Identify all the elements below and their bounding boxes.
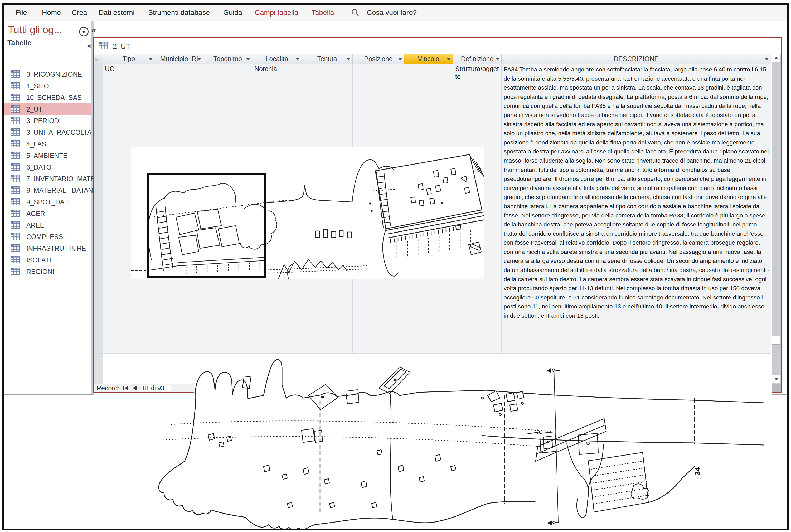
table-icon [11,140,20,147]
column-header-localita[interactable]: Localita [252,54,302,63]
column-dropdown-icon[interactable] [447,58,451,60]
table-icon [11,256,20,263]
sidebar-item-8-materiali-datanti[interactable]: 8_MATERIALI_DATANTI [4,185,91,196]
vertical-scrollbar[interactable] [772,54,781,392]
record-selector-header[interactable] [94,54,103,63]
previous-record-button[interactable] [133,385,137,391]
menu-item-guida[interactable]: Guida [223,5,242,21]
record-selector-column[interactable] [94,63,103,384]
nav-pane-bottom-border [4,394,93,395]
scroll-up-button[interactable] [772,54,780,62]
menu-item-home[interactable]: Home [42,5,61,21]
arrow-down-icon [774,378,778,380]
tomb-plateau-plan-drawing: 34 [140,356,772,530]
column-dropdown-icon[interactable] [149,58,153,60]
window-bottom-shadow [772,394,788,395]
sidebar-item-1-sito[interactable]: 1_SITO [4,80,91,92]
column-header-definizione[interactable]: Definizione [453,54,502,63]
cell-tipo[interactable]: UC [105,65,153,73]
search-icon[interactable] [351,8,360,17]
sidebar-item-label: AREE [26,219,44,231]
sidebar-item-label: AGER [26,208,45,219]
chevron-down-icon [82,31,86,34]
sidebar-item-label: 9_SPOT_DATE [26,196,73,208]
menu-item-crea[interactable]: Crea [72,5,87,21]
window-border-right [781,37,782,393]
arrow-up-icon [774,57,778,59]
table-icon [11,128,20,136]
sidebar-item-10-scheda-sas[interactable]: 10_SCHEDA_SAS [4,92,91,103]
sidebar-item-2-ut[interactable]: 2_UT [4,103,91,115]
table-icon [11,233,20,240]
column-header-posizione[interactable]: Posizione [353,54,404,63]
sidebar-item-aree[interactable]: AREE [4,219,91,231]
column-dropdown-icon[interactable] [347,58,350,60]
column-dropdown-icon[interactable] [765,58,769,60]
table-icon [11,117,20,124]
shutter-bar-close-icon[interactable]: « [91,25,96,35]
record-label: Record: [96,384,120,392]
menu-item-campi-tabella[interactable]: Campi tabella [255,5,298,21]
sidebar-item-5-ambiente[interactable]: 5_AMBIENTE [4,150,91,162]
sidebar-item-label: 3_UNITA_RACCOLTA [26,127,92,138]
table-icon [11,163,20,171]
menu-item-dati-esterni[interactable]: Dati esterni [99,5,135,21]
column-dropdown-icon[interactable] [398,58,402,60]
menu-bar: FileHomeCreaDati esterniStrumenti databa… [4,5,789,21]
sidebar-item-3-periodi[interactable]: 3_PERIODI [4,115,91,127]
tab-label: 2_UT [113,40,130,53]
column-header-descrizione[interactable]: DESCRIZIONE [502,54,771,63]
sidebar-item-label: 3_PERIODI [26,115,61,127]
menu-item-strumenti-database[interactable]: Strumenti database [148,5,210,21]
sidebar-item-label: 8_MATERIALI_DATANTI [26,185,99,196]
sidebar-item-complessi[interactable]: COMPLESSI [4,231,91,243]
cell-descrizione[interactable]: PA34 Tomba a semidado angolare con sotto… [504,65,769,352]
tomb-facade-plan-drawing [131,147,484,279]
access-window: FileHomeCreaDati esterniStrumenti databa… [0,0,791,532]
table-icon [11,152,20,159]
sidebar-item-label: 10_SCHEDA_SAS [26,92,82,103]
sidebar-item-infrastrutture[interactable]: INFRASTRUTTURE [4,243,91,254]
table-icon [11,175,20,182]
search-input[interactable]: Cosa vuoi fare? [367,5,417,21]
column-header-toponimo[interactable]: Toponimo [204,54,252,63]
scroll-down-button[interactable] [772,375,780,383]
sidebar-item-regioni[interactable]: REGIONI [4,266,91,277]
table-icon [11,105,20,113]
sidebar-item-label: 0_RICOGNIZIONE [26,69,82,80]
sidebar-item-7-inventario-materi-[interactable]: 7_INVENTARIO_MATERI... [4,173,91,185]
sidebar-item-isolati[interactable]: ISOLATI [4,254,91,266]
column-dropdown-icon[interactable] [246,58,250,60]
sidebar-item-label: REGIONI [26,266,54,277]
table-icon [11,198,20,205]
scrollbar-thumb[interactable] [772,336,780,345]
column-header-tenuta[interactable]: Tenuta [302,54,353,63]
table-icon [11,82,20,89]
cell-localita[interactable]: Norchia [254,65,300,73]
sidebar-item-3-unita-raccolta[interactable]: 3_UNITA_RACCOLTA [4,127,91,138]
menu-item-tabella[interactable]: Tabella [312,5,334,21]
nav-pane-menu-button[interactable] [79,27,89,36]
column-dropdown-icon[interactable] [496,58,499,60]
sidebar-item-0-ricognizione[interactable]: 0_RICOGNIZIONE [4,69,91,80]
column-header-vincolo[interactable]: Vincolo [404,54,453,63]
sidebar-item-6-dato[interactable]: 6_DATO [4,162,91,173]
sidebar-item-label: ISOLATI [26,254,51,266]
first-record-button[interactable] [123,385,128,391]
sidebar-item-4-fase[interactable]: 4_FASE [4,138,91,150]
column-dropdown-icon[interactable] [197,58,201,60]
column-header-municipio_ri[interactable]: Municipio_Ri [155,54,204,63]
cell-definizione[interactable]: Struttura/oggetto [455,65,500,80]
nav-group-tabelle[interactable]: Tabelle [7,39,31,47]
tab-2-ut[interactable]: 2_UT [96,40,170,53]
scrollbar-corner [772,384,781,392]
window-border-left [93,37,94,393]
column-dropdown-icon[interactable] [296,58,300,60]
nav-pane-title[interactable]: Tutti gli og... [8,24,62,36]
menu-item-file[interactable]: File [16,5,27,21]
column-gridline [771,63,771,353]
sidebar-item-9-spot-date[interactable]: 9_SPOT_DATE [4,196,91,208]
column-header-tipo[interactable]: Tipo [103,54,155,63]
sidebar-item-ager[interactable]: AGER [4,208,91,219]
table-icon [11,221,20,229]
